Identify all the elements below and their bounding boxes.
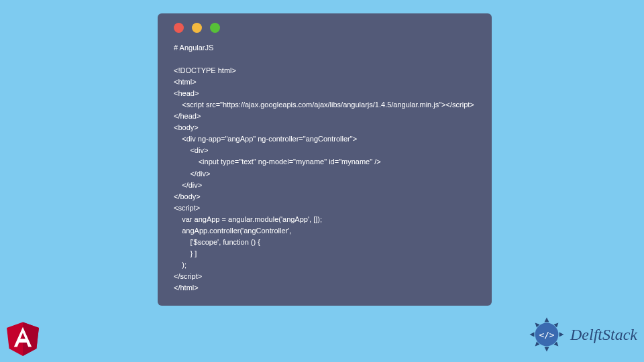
svg-marker-4 <box>545 347 549 352</box>
svg-marker-3 <box>545 317 549 322</box>
svg-text:</>: </> <box>539 330 555 340</box>
svg-marker-5 <box>530 333 535 337</box>
window-traffic-lights <box>170 23 480 33</box>
delftstack-brand-name: DelftStack <box>570 326 637 344</box>
code-content: # AngularJS <!DOCTYPE html> <html> <head… <box>170 42 480 294</box>
minimize-light-icon <box>192 23 202 33</box>
code-window: # AngularJS <!DOCTYPE html> <html> <head… <box>158 13 492 306</box>
delftstack-badge-icon: </> <box>527 315 566 354</box>
svg-marker-6 <box>559 333 564 337</box>
close-light-icon <box>174 23 184 33</box>
maximize-light-icon <box>210 23 220 33</box>
angular-logo-icon <box>4 318 42 358</box>
delftstack-brand: </> DelftStack <box>527 315 637 354</box>
